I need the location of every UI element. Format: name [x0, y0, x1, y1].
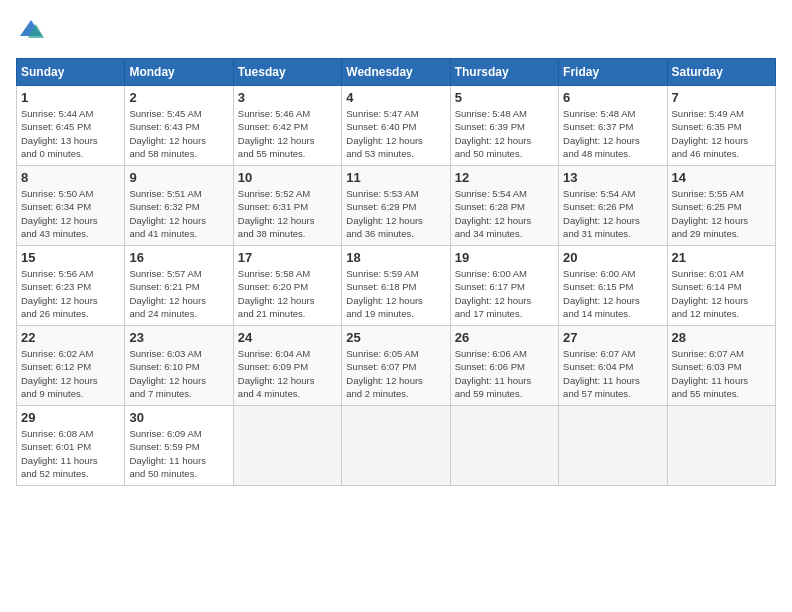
col-header-friday: Friday — [559, 59, 667, 86]
calendar-cell: 20Sunrise: 6:00 AM Sunset: 6:15 PM Dayli… — [559, 246, 667, 326]
calendar-cell: 21Sunrise: 6:01 AM Sunset: 6:14 PM Dayli… — [667, 246, 775, 326]
day-number: 11 — [346, 170, 445, 185]
day-info: Sunrise: 6:00 AM Sunset: 6:17 PM Dayligh… — [455, 267, 554, 320]
calendar-cell: 30Sunrise: 6:09 AM Sunset: 5:59 PM Dayli… — [125, 406, 233, 486]
calendar-cell — [450, 406, 558, 486]
day-info: Sunrise: 5:47 AM Sunset: 6:40 PM Dayligh… — [346, 107, 445, 160]
day-info: Sunrise: 5:45 AM Sunset: 6:43 PM Dayligh… — [129, 107, 228, 160]
calendar-cell: 14Sunrise: 5:55 AM Sunset: 6:25 PM Dayli… — [667, 166, 775, 246]
day-number: 29 — [21, 410, 120, 425]
day-number: 8 — [21, 170, 120, 185]
day-info: Sunrise: 5:54 AM Sunset: 6:26 PM Dayligh… — [563, 187, 662, 240]
day-number: 9 — [129, 170, 228, 185]
calendar-cell: 29Sunrise: 6:08 AM Sunset: 6:01 PM Dayli… — [17, 406, 125, 486]
calendar-cell: 10Sunrise: 5:52 AM Sunset: 6:31 PM Dayli… — [233, 166, 341, 246]
calendar-cell: 28Sunrise: 6:07 AM Sunset: 6:03 PM Dayli… — [667, 326, 775, 406]
calendar-cell: 3Sunrise: 5:46 AM Sunset: 6:42 PM Daylig… — [233, 86, 341, 166]
day-number: 28 — [672, 330, 771, 345]
logo-icon — [16, 16, 46, 46]
day-number: 15 — [21, 250, 120, 265]
calendar-cell: 15Sunrise: 5:56 AM Sunset: 6:23 PM Dayli… — [17, 246, 125, 326]
day-info: Sunrise: 6:07 AM Sunset: 6:04 PM Dayligh… — [563, 347, 662, 400]
calendar-cell: 4Sunrise: 5:47 AM Sunset: 6:40 PM Daylig… — [342, 86, 450, 166]
day-info: Sunrise: 6:01 AM Sunset: 6:14 PM Dayligh… — [672, 267, 771, 320]
calendar-cell: 27Sunrise: 6:07 AM Sunset: 6:04 PM Dayli… — [559, 326, 667, 406]
calendar-cell — [667, 406, 775, 486]
day-number: 13 — [563, 170, 662, 185]
day-number: 30 — [129, 410, 228, 425]
day-info: Sunrise: 6:08 AM Sunset: 6:01 PM Dayligh… — [21, 427, 120, 480]
day-number: 7 — [672, 90, 771, 105]
logo — [16, 16, 48, 46]
calendar-cell: 22Sunrise: 6:02 AM Sunset: 6:12 PM Dayli… — [17, 326, 125, 406]
col-header-monday: Monday — [125, 59, 233, 86]
day-info: Sunrise: 6:02 AM Sunset: 6:12 PM Dayligh… — [21, 347, 120, 400]
day-number: 3 — [238, 90, 337, 105]
day-info: Sunrise: 5:48 AM Sunset: 6:39 PM Dayligh… — [455, 107, 554, 160]
calendar-cell: 23Sunrise: 6:03 AM Sunset: 6:10 PM Dayli… — [125, 326, 233, 406]
day-info: Sunrise: 6:05 AM Sunset: 6:07 PM Dayligh… — [346, 347, 445, 400]
day-number: 27 — [563, 330, 662, 345]
day-number: 22 — [21, 330, 120, 345]
day-info: Sunrise: 6:06 AM Sunset: 6:06 PM Dayligh… — [455, 347, 554, 400]
day-info: Sunrise: 5:56 AM Sunset: 6:23 PM Dayligh… — [21, 267, 120, 320]
day-info: Sunrise: 5:58 AM Sunset: 6:20 PM Dayligh… — [238, 267, 337, 320]
day-number: 20 — [563, 250, 662, 265]
day-number: 5 — [455, 90, 554, 105]
day-info: Sunrise: 6:09 AM Sunset: 5:59 PM Dayligh… — [129, 427, 228, 480]
col-header-wednesday: Wednesday — [342, 59, 450, 86]
day-number: 4 — [346, 90, 445, 105]
day-info: Sunrise: 5:46 AM Sunset: 6:42 PM Dayligh… — [238, 107, 337, 160]
day-info: Sunrise: 5:51 AM Sunset: 6:32 PM Dayligh… — [129, 187, 228, 240]
day-info: Sunrise: 6:07 AM Sunset: 6:03 PM Dayligh… — [672, 347, 771, 400]
day-info: Sunrise: 5:49 AM Sunset: 6:35 PM Dayligh… — [672, 107, 771, 160]
calendar-table: SundayMondayTuesdayWednesdayThursdayFrid… — [16, 58, 776, 486]
calendar-cell: 6Sunrise: 5:48 AM Sunset: 6:37 PM Daylig… — [559, 86, 667, 166]
col-header-sunday: Sunday — [17, 59, 125, 86]
day-number: 10 — [238, 170, 337, 185]
day-number: 16 — [129, 250, 228, 265]
calendar-cell: 1Sunrise: 5:44 AM Sunset: 6:45 PM Daylig… — [17, 86, 125, 166]
day-info: Sunrise: 5:50 AM Sunset: 6:34 PM Dayligh… — [21, 187, 120, 240]
col-header-saturday: Saturday — [667, 59, 775, 86]
day-info: Sunrise: 5:57 AM Sunset: 6:21 PM Dayligh… — [129, 267, 228, 320]
day-info: Sunrise: 5:54 AM Sunset: 6:28 PM Dayligh… — [455, 187, 554, 240]
calendar-cell: 7Sunrise: 5:49 AM Sunset: 6:35 PM Daylig… — [667, 86, 775, 166]
day-number: 12 — [455, 170, 554, 185]
day-number: 6 — [563, 90, 662, 105]
day-info: Sunrise: 5:53 AM Sunset: 6:29 PM Dayligh… — [346, 187, 445, 240]
calendar-cell — [342, 406, 450, 486]
calendar-cell: 25Sunrise: 6:05 AM Sunset: 6:07 PM Dayli… — [342, 326, 450, 406]
day-number: 26 — [455, 330, 554, 345]
col-header-thursday: Thursday — [450, 59, 558, 86]
page-header — [16, 16, 776, 46]
day-number: 19 — [455, 250, 554, 265]
day-info: Sunrise: 5:59 AM Sunset: 6:18 PM Dayligh… — [346, 267, 445, 320]
calendar-cell: 9Sunrise: 5:51 AM Sunset: 6:32 PM Daylig… — [125, 166, 233, 246]
calendar-cell: 8Sunrise: 5:50 AM Sunset: 6:34 PM Daylig… — [17, 166, 125, 246]
day-number: 17 — [238, 250, 337, 265]
day-number: 2 — [129, 90, 228, 105]
col-header-tuesday: Tuesday — [233, 59, 341, 86]
day-number: 1 — [21, 90, 120, 105]
calendar-cell — [559, 406, 667, 486]
day-number: 18 — [346, 250, 445, 265]
calendar-cell: 2Sunrise: 5:45 AM Sunset: 6:43 PM Daylig… — [125, 86, 233, 166]
day-number: 25 — [346, 330, 445, 345]
day-info: Sunrise: 6:00 AM Sunset: 6:15 PM Dayligh… — [563, 267, 662, 320]
day-info: Sunrise: 5:44 AM Sunset: 6:45 PM Dayligh… — [21, 107, 120, 160]
calendar-cell: 12Sunrise: 5:54 AM Sunset: 6:28 PM Dayli… — [450, 166, 558, 246]
calendar-cell: 17Sunrise: 5:58 AM Sunset: 6:20 PM Dayli… — [233, 246, 341, 326]
day-number: 21 — [672, 250, 771, 265]
day-number: 14 — [672, 170, 771, 185]
day-number: 24 — [238, 330, 337, 345]
calendar-cell: 18Sunrise: 5:59 AM Sunset: 6:18 PM Dayli… — [342, 246, 450, 326]
calendar-cell: 26Sunrise: 6:06 AM Sunset: 6:06 PM Dayli… — [450, 326, 558, 406]
calendar-cell — [233, 406, 341, 486]
calendar-cell: 19Sunrise: 6:00 AM Sunset: 6:17 PM Dayli… — [450, 246, 558, 326]
calendar-cell: 13Sunrise: 5:54 AM Sunset: 6:26 PM Dayli… — [559, 166, 667, 246]
day-info: Sunrise: 6:03 AM Sunset: 6:10 PM Dayligh… — [129, 347, 228, 400]
calendar-cell: 11Sunrise: 5:53 AM Sunset: 6:29 PM Dayli… — [342, 166, 450, 246]
calendar-cell: 16Sunrise: 5:57 AM Sunset: 6:21 PM Dayli… — [125, 246, 233, 326]
calendar-cell: 24Sunrise: 6:04 AM Sunset: 6:09 PM Dayli… — [233, 326, 341, 406]
